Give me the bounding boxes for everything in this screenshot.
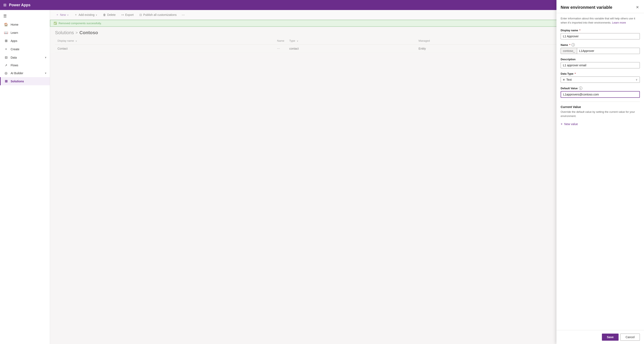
sidebar-item-learn[interactable]: 📖 Learn [0,28,50,37]
add-existing-plus-icon: ＋ [74,13,77,17]
grid-icon[interactable]: ⊞ [3,3,6,7]
sidebar-item-home[interactable]: 🏠 Home [0,20,50,28]
hamburger-menu[interactable]: ☰ [0,12,50,20]
col-type[interactable]: Type ∨ [287,37,416,44]
more-icon: ··· [182,13,185,17]
sidebar-item-apps[interactable]: ⊞ Apps [0,37,50,45]
data-expand-icon: ∨ [45,56,46,59]
table-area: Display name ∨ Name Type ∨ Managed [50,37,644,344]
panel-body: Enter information about this variable th… [556,13,644,330]
name-info-icon[interactable]: i [572,43,575,46]
home-icon: 🏠 [4,22,8,26]
breadcrumb-current: Contoso [80,30,98,36]
solutions-icon: ⊞ [4,79,8,83]
app-title: Power Apps [9,3,30,7]
data-type-value: Text [566,78,636,81]
name-label: Name * i [561,43,640,46]
breadcrumb-separator: > [76,31,78,35]
name-required: * [569,43,570,46]
data-type-chevron-icon: ∨ [636,78,638,81]
name-prefix: contoso_ [561,48,577,54]
current-value-desc: Override the default value by setting th… [561,110,640,118]
data-type-icon: ≡ [563,78,564,81]
add-existing-label: Add existing [78,13,94,16]
breadcrumb: Solutions > Contoso [50,27,644,37]
sidebar-item-create[interactable]: ＋ Create [0,45,50,53]
learn-more-link[interactable]: Learn more [612,21,626,24]
name-suffix-input[interactable] [577,48,640,54]
col-display-name[interactable]: Display name ∨ [55,37,274,44]
export-label: Export [125,13,134,16]
cell-display-name: Contact [55,44,274,53]
publish-icon: ⊡ [140,13,142,16]
default-value-info-icon[interactable]: i [579,86,582,90]
success-message: Removed components successfully. [58,22,102,25]
display-name-required: * [580,29,580,32]
export-icon: ↦ [122,13,124,16]
breadcrumb-solutions[interactable]: Solutions [55,30,74,36]
sort-icon-display-name: ∨ [76,40,77,42]
success-icon: ✅ [54,22,57,25]
sidebar-item-data[interactable]: ⊟ Data ∨ [0,53,50,62]
new-label: New [60,13,66,16]
save-button[interactable]: Save [602,334,619,341]
publish-button[interactable]: ⊡ Publish all customizations [137,12,179,18]
sort-icon-type: ∨ [297,40,298,42]
col-managed-label: Managed [418,39,430,42]
new-button[interactable]: ＋ New ∨ [53,12,71,18]
current-value-title: Current Value [561,105,640,108]
panel-close-button[interactable]: ✕ [635,10,640,10]
learn-icon: 📖 [4,31,8,34]
success-banner: ✅ Removed components successfully. [50,20,644,27]
description-input[interactable] [561,62,640,68]
export-button[interactable]: ↦ Export [119,12,136,18]
cancel-button[interactable]: Cancel [620,334,640,341]
panel-footer: Save Cancel [556,330,644,344]
solutions-table: Display name ∨ Name Type ∨ Managed [55,37,639,53]
default-value-input[interactable] [561,91,640,98]
description-group: Description [561,58,640,68]
col-type-label: Type [289,39,295,42]
col-managed[interactable]: Managed [416,37,562,44]
more-button[interactable]: ··· [180,12,186,18]
sidebar: ☰ 🏠 Home 📖 Learn ⊞ Apps ＋ Create ⊟ Data … [0,10,50,344]
add-existing-chevron-icon: ∨ [96,14,97,16]
sidebar-item-ai-builder[interactable]: ◎ AI Builder ∨ [0,69,50,77]
new-value-button[interactable]: + New value [561,121,578,127]
delete-button[interactable]: 🗑 Delete [100,12,118,18]
add-existing-button[interactable]: ＋ Add existing ∨ [72,12,100,18]
cell-type: Entity [416,44,562,53]
panel-description: Enter information about this variable th… [561,16,640,24]
panel-divider [561,102,640,102]
sidebar-label-home: Home [11,23,18,26]
name-input-group: contoso_ [561,48,640,54]
apps-icon: ⊞ [4,39,8,43]
col-name[interactable]: Name [274,37,287,44]
data-type-select-inner[interactable]: ≡ Text ∨ [561,77,640,82]
cell-actions[interactable]: ··· [274,44,287,53]
new-plus-icon: ＋ [56,13,59,17]
display-name-group: Display name * [561,29,640,40]
display-name-input[interactable] [561,33,640,40]
current-value-group: Current Value Override the default value… [561,105,640,127]
delete-label: Delete [107,13,116,16]
name-group: Name * i contoso_ [561,43,640,54]
new-chevron-icon: ∨ [67,14,68,16]
publish-label: Publish all customizations [143,13,176,16]
data-type-select[interactable]: ≡ Text ∨ [561,76,640,83]
sidebar-item-flows[interactable]: ↗ Flows [0,62,50,69]
sidebar-label-solutions: Solutions [11,80,24,83]
data-type-required: * [574,72,576,75]
flows-icon: ↗ [4,64,8,67]
default-value-label: Default Value i [561,86,640,90]
topbar: ⊞ Power Apps 🌐 Environment Contoso [0,0,644,10]
table-row: Contact ··· contact Entity 🔒 [55,44,639,53]
sidebar-label-ai-builder: AI Builder [11,72,23,75]
create-icon: ＋ [4,47,8,51]
sidebar-label-flows: Flows [11,64,18,67]
new-value-plus-icon: + [561,122,562,126]
cell-name: contact [287,44,416,53]
col-name-label: Name [277,39,284,42]
sidebar-item-solutions[interactable]: ⊞ Solutions [0,77,50,85]
ai-expand-icon: ∨ [45,72,46,74]
